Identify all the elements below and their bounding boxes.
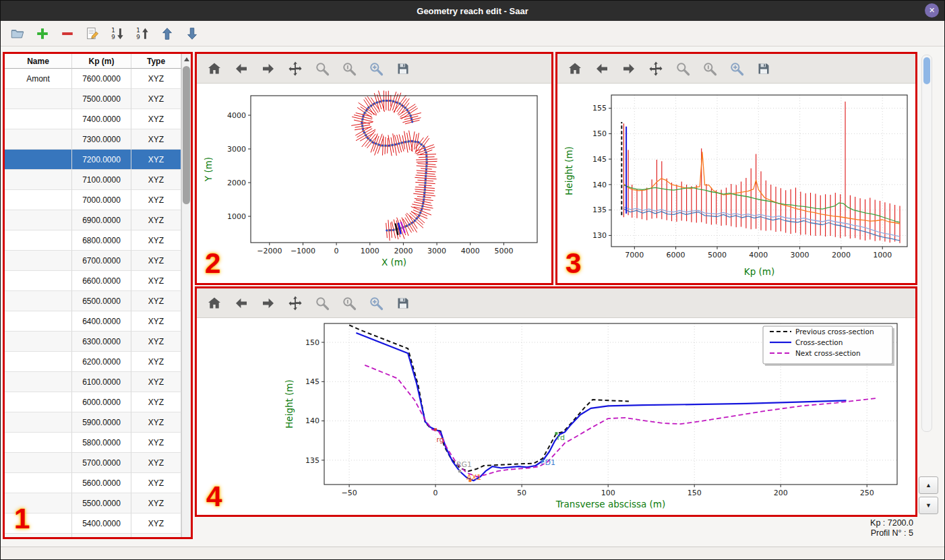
cross-section-canvas[interactable]: rgrdRG1FD1AX1Previous cross-sectionCross… — [197, 318, 915, 515]
type-cell: XYZ — [131, 392, 181, 412]
subplots-button[interactable] — [340, 59, 359, 78]
back-button[interactable] — [232, 59, 251, 78]
table-row[interactable]: 5800.0000XYZ — [5, 433, 181, 453]
save-button[interactable] — [394, 59, 413, 78]
pan-button[interactable] — [646, 59, 665, 78]
table-scrollbar[interactable] — [181, 54, 191, 537]
name-cell — [5, 251, 72, 271]
open-button[interactable] — [9, 25, 26, 42]
zoom-button[interactable] — [313, 294, 332, 313]
table-scrollbar-thumb[interactable] — [183, 66, 190, 204]
forward-button[interactable] — [259, 59, 278, 78]
type-cell: XYZ — [131, 271, 181, 291]
customize-button[interactable] — [727, 59, 746, 78]
plan-plot-toolbar — [197, 54, 551, 84]
table-row[interactable]: 5300.0000XYZ — [5, 534, 181, 537]
subplots-button[interactable] — [340, 294, 359, 313]
customize-button[interactable] — [367, 59, 386, 78]
table-row[interactable]: 5400.0000XYZ — [5, 514, 181, 534]
edit-profile-button[interactable] — [84, 25, 101, 42]
customize-button[interactable] — [367, 294, 386, 313]
right-scrollbar-thumb[interactable] — [923, 57, 930, 84]
name-cell — [5, 129, 72, 150]
table-header: Name Kp (m) Type — [5, 54, 181, 69]
kp-cell: 7100.0000 — [72, 170, 131, 190]
add-profile-button[interactable] — [34, 25, 51, 42]
table-row[interactable]: 7200.0000XYZ — [5, 150, 181, 170]
close-button[interactable]: ✕ — [925, 3, 939, 18]
table-row[interactable]: 6900.0000XYZ — [5, 210, 181, 230]
back-button[interactable] — [232, 294, 251, 313]
sort-down-icon: 19 — [110, 26, 125, 41]
table-row[interactable]: 7300.0000XYZ — [5, 129, 181, 150]
type-cell: XYZ — [131, 352, 181, 372]
home-button[interactable] — [205, 294, 224, 313]
home-button[interactable] — [566, 59, 584, 78]
table-row[interactable]: 5600.0000XYZ — [5, 473, 181, 493]
save-button[interactable] — [394, 294, 413, 313]
zoom-button[interactable] — [673, 59, 692, 78]
profile-up-button[interactable]: ▲ — [919, 476, 938, 494]
svg-text:Y (m): Y (m) — [203, 157, 214, 182]
table-row[interactable]: 6100.0000XYZ — [5, 372, 181, 392]
forward-button[interactable] — [619, 59, 638, 78]
plan-plot-canvas[interactable]: −2000−1000010002000300040005000100020003… — [197, 84, 551, 283]
zoom-button[interactable] — [313, 59, 332, 78]
svg-text:250: 250 — [860, 489, 874, 497]
long-profile-canvas[interactable]: 7000600050004000300020001000130135140145… — [557, 84, 915, 283]
plus-icon — [35, 26, 50, 41]
customize-icon — [729, 61, 745, 77]
table-row[interactable]: 6200.0000XYZ — [5, 352, 181, 372]
table-row[interactable]: 6700.0000XYZ — [5, 251, 181, 271]
arrow-down-icon — [185, 26, 200, 41]
table-row[interactable]: 6000.0000XYZ — [5, 392, 181, 412]
subplots-button[interactable] — [700, 59, 719, 78]
table-row[interactable]: 5700.0000XYZ — [5, 453, 181, 473]
column-header-type[interactable]: Type — [131, 54, 181, 69]
table-row[interactable]: 5500.0000XYZ — [5, 493, 181, 514]
scrollbar-up-icon[interactable] — [184, 57, 189, 61]
name-cell — [5, 453, 72, 473]
kp-cell: 6600.0000 — [72, 271, 131, 291]
table-row[interactable]: 7000.0000XYZ — [5, 190, 181, 210]
table-row[interactable]: 7400.0000XYZ — [5, 109, 181, 129]
home-button[interactable] — [205, 59, 224, 78]
svg-text:Height (m): Height (m) — [563, 146, 574, 195]
cross-section-panel: rgrdRG1FD1AX1Previous cross-sectionCross… — [195, 286, 917, 517]
table-row[interactable]: 7500.0000XYZ — [5, 89, 181, 109]
svg-text:135: 135 — [305, 456, 319, 465]
svg-text:Height (m): Height (m) — [284, 379, 295, 429]
profile-down-button[interactable]: ▼ — [919, 497, 938, 514]
table-row[interactable]: 6800.0000XYZ — [5, 230, 181, 251]
move-down-button[interactable] — [183, 25, 201, 42]
move-up-button[interactable] — [158, 25, 176, 42]
column-header-kp[interactable]: Kp (m) — [72, 54, 131, 69]
table-row[interactable]: 7100.0000XYZ — [5, 170, 181, 190]
pan-button[interactable] — [286, 59, 305, 78]
table-row[interactable]: 5900.0000XYZ — [5, 412, 181, 433]
right-scrollbar[interactable] — [921, 55, 932, 432]
save-button[interactable] — [754, 59, 773, 78]
back-icon — [594, 61, 610, 77]
remove-profile-button[interactable] — [59, 25, 76, 42]
sort-descending-button[interactable]: 19 — [109, 25, 126, 42]
table-row[interactable]: 6500.0000XYZ — [5, 291, 181, 311]
pan-button[interactable] — [286, 294, 305, 313]
edit-icon — [85, 26, 100, 41]
kp-cell: 6800.0000 — [72, 230, 131, 251]
folder-icon — [10, 26, 25, 41]
cross-section-toolbar — [197, 288, 915, 318]
home-icon — [567, 61, 583, 77]
table-row[interactable]: 6600.0000XYZ — [5, 271, 181, 291]
table-row[interactable]: 6300.0000XYZ — [5, 332, 181, 352]
main-toolbar: 1919 — [1, 21, 944, 46]
subplots-icon — [702, 61, 718, 77]
column-header-name[interactable]: Name — [5, 54, 72, 69]
status-info: Kp : 7200.0 Profil N° : 5 — [870, 518, 913, 538]
sort-ascending-button[interactable]: 19 — [133, 25, 151, 42]
profiles-table-panel: Name Kp (m) Type Amont7600.0000XYZ7500.0… — [3, 52, 193, 539]
forward-button[interactable] — [259, 294, 278, 313]
table-row[interactable]: Amont7600.0000XYZ — [5, 69, 181, 89]
table-row[interactable]: 6400.0000XYZ — [5, 311, 181, 332]
back-button[interactable] — [592, 59, 611, 78]
